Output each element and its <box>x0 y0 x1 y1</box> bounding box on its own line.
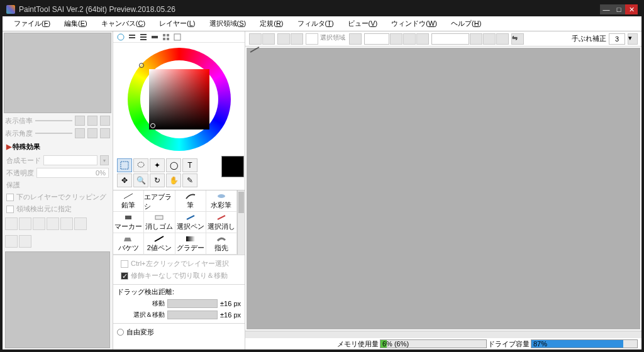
move-slider[interactable] <box>167 299 218 308</box>
rect-select-tool[interactable] <box>117 158 132 172</box>
brush-smudge[interactable]: 指先 <box>206 233 237 255</box>
brush-watercolor[interactable]: 水彩筆 <box>206 190 237 212</box>
ctrl-click-checkbox[interactable] <box>121 260 128 268</box>
deselect-button[interactable] <box>277 33 290 45</box>
menu-select[interactable]: 選択領域(S) <box>203 17 253 30</box>
canvas-area[interactable] <box>247 48 640 329</box>
brush-pencil[interactable]: 鉛筆 <box>113 190 144 212</box>
mirror-button[interactable]: ⇋ <box>511 33 524 45</box>
clear-layer-button[interactable] <box>60 217 73 230</box>
undo-button[interactable] <box>249 33 262 45</box>
color-wheel[interactable] <box>128 48 231 151</box>
zoom-plus-button[interactable] <box>87 116 97 126</box>
brush-gradient[interactable]: グラデー <box>175 233 206 255</box>
zoom-dropdown[interactable] <box>364 33 389 45</box>
angle-reset-button[interactable] <box>100 128 110 138</box>
menu-ruler[interactable]: 定規(R) <box>253 17 289 30</box>
zoom-slider[interactable] <box>35 120 72 121</box>
clip-checkbox[interactable] <box>6 194 14 201</box>
maximize-button[interactable]: □ <box>613 4 625 14</box>
brush-scrollbar[interactable] <box>237 190 245 255</box>
rot-ccw-button[interactable] <box>470 33 482 45</box>
menu-help[interactable]: ヘルプ(H) <box>445 17 487 30</box>
fx-section-header[interactable]: ▶特殊効果 <box>3 140 113 154</box>
blend-mode-select[interactable] <box>43 155 97 165</box>
lasso-tool[interactable] <box>133 158 148 172</box>
blend-mode-dropdown-icon[interactable]: ▾ <box>100 155 109 165</box>
palette-icon[interactable] <box>162 33 170 41</box>
rot-cw-button[interactable] <box>483 33 496 45</box>
new-folder-button[interactable] <box>19 217 31 230</box>
wheel-mode-icon[interactable] <box>117 33 125 41</box>
menu-file[interactable]: ファイル(F) <box>8 17 57 30</box>
layer-mask-button[interactable] <box>33 217 45 230</box>
brush-marker[interactable]: マーカー <box>113 212 144 233</box>
shape-tool[interactable]: ◯ <box>166 158 181 172</box>
zoom-in-button[interactable] <box>403 33 416 45</box>
canvas-panel: 選択領域 ⇋ 手ぶれ補正 3 ▾ メモリ使用量 6% (6%) ドライブ容量 8… <box>245 31 641 349</box>
eyedropper-tool[interactable]: ✎ <box>182 173 197 187</box>
rgb-slider-icon[interactable] <box>128 33 136 41</box>
text-tool[interactable]: T <box>182 158 197 172</box>
minimize-button[interactable]: — <box>600 4 613 14</box>
menu-view[interactable]: ビュー(V) <box>341 17 384 30</box>
brush-binary[interactable]: 2値ペン <box>144 233 175 255</box>
angle-dropdown[interactable] <box>431 33 469 45</box>
sv-square[interactable] <box>149 69 209 129</box>
hsv-slider-icon[interactable] <box>140 33 147 41</box>
zoom-tool[interactable]: 🔍 <box>133 173 148 187</box>
magic-wand-tool[interactable]: ✦ <box>150 158 165 172</box>
stabilizer-dropdown-icon[interactable]: ▾ <box>628 33 638 45</box>
hand-tool[interactable]: ✋ <box>166 173 181 187</box>
flip-h-button[interactable] <box>349 33 362 45</box>
invert-sel-button[interactable] <box>291 33 303 45</box>
canvas-h-scrollbar[interactable] <box>245 331 641 338</box>
stabilizer-field[interactable]: 3 <box>609 33 625 45</box>
layer-list[interactable] <box>5 251 110 348</box>
angle-slider[interactable] <box>35 133 72 134</box>
selmove-slider[interactable] <box>167 311 218 319</box>
brush-bucket[interactable]: バケツ <box>113 233 144 255</box>
zoom-out-button[interactable] <box>390 33 402 45</box>
hue-marker-icon[interactable] <box>139 63 144 68</box>
angle-ccw-button[interactable] <box>75 128 85 138</box>
angle-cw-button[interactable] <box>87 128 97 138</box>
new-layer-button[interactable] <box>5 217 18 230</box>
protect-label: 保護 <box>6 180 20 190</box>
sv-marker-icon[interactable] <box>150 123 155 128</box>
rotate-tool[interactable]: ↻ <box>150 173 165 187</box>
zoom-minus-button[interactable] <box>75 116 85 126</box>
layer-extra1-button[interactable] <box>5 235 18 248</box>
selarea-label: 選択領域 <box>319 33 347 45</box>
svg-rect-11 <box>174 34 180 40</box>
brush-selectpen[interactable]: 選択ペン <box>175 212 206 233</box>
menu-window[interactable]: ウィンドウ(W) <box>385 17 443 30</box>
ref-checkbox[interactable] <box>6 206 14 213</box>
foreground-swatch[interactable] <box>221 156 244 177</box>
close-button[interactable]: ✕ <box>625 4 638 14</box>
move-tool[interactable]: ✥ <box>117 173 132 187</box>
rot-reset-button[interactable] <box>496 33 509 45</box>
delete-layer-button[interactable] <box>74 217 87 230</box>
gray-slider-icon[interactable] <box>151 33 158 41</box>
brush-airbrush[interactable]: エアブラシ <box>144 190 175 212</box>
scratchpad-icon[interactable] <box>174 33 181 41</box>
layer-extra2-button[interactable] <box>19 235 31 248</box>
menu-filter[interactable]: フィルタ(T) <box>291 17 340 30</box>
brush-selecterase[interactable]: 選択消し <box>206 212 237 233</box>
menu-layer[interactable]: レイヤー(L) <box>153 17 201 30</box>
navigator-preview[interactable] <box>4 33 111 113</box>
menu-canvas[interactable]: キャンバス(C) <box>95 17 152 30</box>
modkey-checkbox[interactable]: ✓ <box>121 272 128 280</box>
zoom-fit-button[interactable] <box>416 33 429 45</box>
freeform-radio[interactable] <box>117 329 124 336</box>
svg-rect-17 <box>125 216 131 219</box>
opacity-field[interactable]: 0% <box>36 168 109 178</box>
redo-button[interactable] <box>262 33 275 45</box>
merge-down-button[interactable] <box>47 217 59 230</box>
zoom-reset-button[interactable] <box>100 116 110 126</box>
menu-edit[interactable]: 編集(E) <box>58 17 94 30</box>
brush-brush[interactable]: 筆 <box>175 190 206 212</box>
brush-eraser[interactable]: 消しゴム <box>144 212 175 233</box>
show-sel-button[interactable] <box>306 33 318 45</box>
